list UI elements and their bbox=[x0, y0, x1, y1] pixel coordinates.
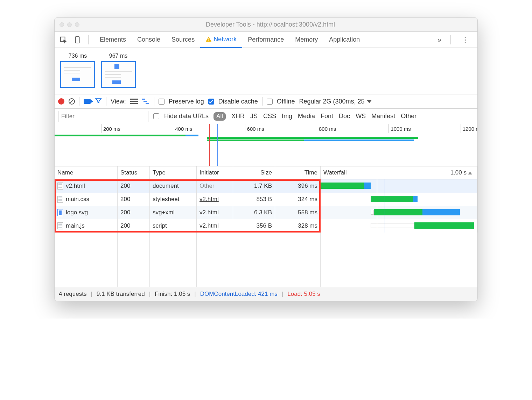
window-title: Developer Tools - http://localhost:3000/… bbox=[84, 21, 477, 28]
menu-icon[interactable]: ⋮ bbox=[456, 35, 474, 44]
col-status[interactable]: Status bbox=[118, 166, 150, 179]
chevron-down-icon bbox=[367, 100, 372, 103]
disable-cache-checkbox[interactable] bbox=[208, 99, 214, 105]
device-icon[interactable] bbox=[72, 35, 83, 45]
table-row[interactable]: logo.svg200svg+xmlv2.html6.3 KB558 ms bbox=[55, 206, 477, 219]
overview-tick: 600 ms bbox=[245, 124, 264, 133]
frame-time: 736 ms bbox=[60, 53, 95, 61]
tab-sources[interactable]: Sources bbox=[166, 32, 200, 48]
throttle-value: Regular 2G (300ms, 25 bbox=[299, 98, 365, 105]
status-finish: Finish: 1.05 s bbox=[155, 291, 190, 298]
network-toolbar: View: Preserve log Disable cache Offline… bbox=[55, 94, 477, 109]
filmstrip: 736 ms 967 ms bbox=[55, 48, 477, 94]
throttle-select[interactable]: Regular 2G (300ms, 25 bbox=[299, 98, 372, 105]
file-icon bbox=[57, 183, 63, 190]
filter-type-img[interactable]: Img bbox=[282, 113, 292, 120]
overview-tick: 1200 ms bbox=[461, 124, 478, 133]
filter-type-css[interactable]: CSS bbox=[263, 113, 276, 120]
col-initiator[interactable]: Initiator bbox=[197, 166, 233, 179]
file-icon bbox=[57, 196, 63, 203]
preserve-log-checkbox[interactable] bbox=[159, 99, 164, 105]
overview-tick: 1000 ms bbox=[388, 124, 411, 133]
hide-data-urls-checkbox[interactable] bbox=[153, 113, 159, 119]
timeline-overview[interactable]: 200 ms400 ms600 ms800 ms1000 ms1200 ms bbox=[55, 124, 477, 166]
file-icon bbox=[57, 209, 63, 216]
tab-elements[interactable]: Elements bbox=[94, 32, 132, 48]
status-transferred: 9.1 KB transferred bbox=[97, 291, 145, 298]
filter-type-ws[interactable]: WS bbox=[356, 113, 366, 120]
col-size[interactable]: Size bbox=[233, 166, 275, 179]
waterfall-scale: 1.00 s bbox=[450, 169, 467, 176]
filter-type-doc[interactable]: Doc bbox=[339, 113, 350, 120]
frame-time: 967 ms bbox=[101, 53, 136, 61]
filmstrip-frame[interactable]: 967 ms bbox=[101, 53, 136, 88]
status-bar: 4 requests 9.1 KB transferred Finish: 1.… bbox=[55, 287, 477, 301]
record-button[interactable] bbox=[58, 98, 64, 105]
table-row[interactable]: v2.html200documentOther1.7 KB396 ms bbox=[55, 179, 477, 193]
status-load: Load: 5.05 s bbox=[287, 291, 320, 298]
preserve-log-label: Preserve log bbox=[169, 98, 204, 105]
titlebar: Developer Tools - http://localhost:3000/… bbox=[55, 18, 477, 32]
disable-cache-label: Disable cache bbox=[218, 98, 258, 105]
window-controls[interactable] bbox=[55, 22, 84, 27]
offline-checkbox[interactable] bbox=[267, 99, 273, 105]
filter-input[interactable] bbox=[58, 111, 148, 122]
table-row[interactable]: main.css200stylesheetv2.html853 B324 ms bbox=[55, 193, 477, 206]
filter-type-manifest[interactable]: Manifest bbox=[371, 113, 395, 120]
filter-type-all[interactable]: All bbox=[214, 112, 226, 121]
filter-type-other[interactable]: Other bbox=[401, 113, 416, 120]
devtools-window: Developer Tools - http://localhost:3000/… bbox=[54, 17, 478, 301]
sort-asc-icon bbox=[468, 172, 472, 174]
table-row[interactable]: main.js200scriptv2.html356 B328 ms bbox=[55, 219, 477, 233]
tabs-overflow[interactable]: » bbox=[434, 36, 445, 44]
view-list-icon[interactable] bbox=[130, 99, 138, 104]
svg-rect-2 bbox=[142, 99, 145, 100]
filter-bar: Hide data URLs AllXHRJSCSSImgMediaFontDo… bbox=[55, 109, 477, 124]
tab-network[interactable]: Network bbox=[200, 32, 242, 48]
overview-tick: 800 ms bbox=[317, 124, 336, 133]
view-waterfall-icon[interactable] bbox=[142, 99, 150, 104]
tab-console[interactable]: Console bbox=[132, 32, 166, 48]
col-waterfall[interactable]: Waterfall 1.00 s bbox=[321, 166, 477, 179]
tab-performance[interactable]: Performance bbox=[242, 32, 289, 48]
warning-icon bbox=[206, 37, 211, 42]
view-label: View: bbox=[111, 98, 126, 105]
col-type[interactable]: Type bbox=[150, 166, 197, 179]
filter-type-js[interactable]: JS bbox=[250, 113, 258, 120]
overview-tick: 400 ms bbox=[173, 124, 192, 133]
svg-rect-4 bbox=[146, 103, 149, 104]
tab-memory[interactable]: Memory bbox=[289, 32, 323, 48]
filter-type-media[interactable]: Media bbox=[298, 113, 315, 120]
status-dcl: DOMContentLoaded: 421 ms bbox=[200, 291, 278, 298]
table-header: Name Status Type Initiator Size Time Wat… bbox=[55, 166, 477, 179]
filter-type-xhr[interactable]: XHR bbox=[231, 113, 245, 120]
overview-tick: 200 ms bbox=[101, 124, 120, 133]
col-name[interactable]: Name bbox=[55, 166, 118, 179]
status-requests: 4 requests bbox=[59, 291, 86, 298]
tab-application[interactable]: Application bbox=[323, 32, 365, 48]
clear-button[interactable] bbox=[69, 98, 75, 105]
tabbar: ElementsConsoleSourcesNetworkPerformance… bbox=[55, 32, 477, 48]
filmstrip-frame[interactable]: 736 ms bbox=[60, 53, 95, 88]
table-body: v2.html200documentOther1.7 KB396 msmain.… bbox=[55, 179, 477, 233]
inspect-icon[interactable] bbox=[58, 35, 69, 45]
offline-label: Offline bbox=[277, 98, 295, 105]
waterfall-label: Waterfall bbox=[323, 169, 346, 176]
screenshot-icon[interactable] bbox=[84, 99, 91, 104]
filter-type-font[interactable]: Font bbox=[321, 113, 333, 120]
file-icon bbox=[57, 222, 63, 229]
requests-table: Name Status Type Initiator Size Time Wat… bbox=[55, 166, 477, 287]
hide-data-urls-label: Hide data URLs bbox=[164, 113, 209, 120]
col-time[interactable]: Time bbox=[275, 166, 321, 179]
svg-rect-3 bbox=[144, 101, 147, 102]
filter-icon[interactable] bbox=[95, 97, 102, 106]
svg-rect-1 bbox=[76, 36, 79, 43]
